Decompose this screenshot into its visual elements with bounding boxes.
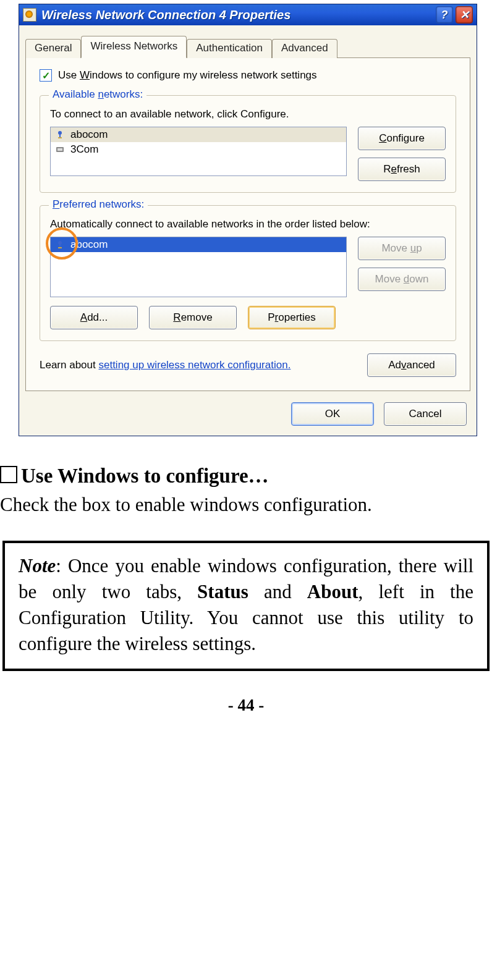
- available-listbox[interactable]: abocom 3Com: [50, 127, 347, 176]
- tab-advanced[interactable]: Advanced: [272, 39, 337, 58]
- tab-panel: ✓ Use Windows to configure my wireless n…: [25, 57, 470, 391]
- tab-authentication[interactable]: Authentication: [187, 39, 272, 58]
- checkbox-glyph-icon: [0, 466, 17, 483]
- tab-general[interactable]: General: [25, 39, 81, 58]
- use-windows-checkbox[interactable]: ✓: [40, 69, 52, 82]
- list-item[interactable]: abocom: [51, 127, 346, 142]
- note-label: Note: [19, 555, 56, 577]
- cancel-button[interactable]: Cancel: [384, 402, 467, 426]
- available-legend: Available networks:: [49, 88, 146, 101]
- preferred-listbox[interactable]: abocom: [50, 237, 347, 297]
- preferred-legend: Preferred networks:: [49, 198, 148, 211]
- section-lead: Check the box to enable windows configur…: [0, 494, 492, 516]
- properties-button[interactable]: Properties: [248, 306, 336, 329]
- tab-wireless-networks[interactable]: Wireless Networks: [81, 36, 187, 58]
- tab-strip: General Wireless Networks Authentication…: [25, 25, 470, 57]
- page-number: - 44 -: [0, 696, 492, 715]
- configure-button[interactable]: Configure: [358, 127, 446, 150]
- move-up-button[interactable]: Move up: [358, 237, 446, 260]
- help-button[interactable]: ?: [436, 6, 453, 23]
- dialog-window: Wireless Network Connection 4 Properties…: [19, 4, 477, 436]
- ok-button[interactable]: OK: [291, 402, 374, 426]
- wifi-key-icon: [54, 129, 66, 140]
- list-item[interactable]: abocom: [51, 237, 346, 252]
- note-box: Note: Once you enable windows configurat…: [2, 541, 490, 671]
- svg-rect-4: [57, 148, 62, 151]
- app-icon: [23, 8, 36, 22]
- preferred-desc: Automatically connect to available netwo…: [50, 218, 446, 230]
- available-desc: To connect to an available network, clic…: [50, 108, 446, 120]
- list-item-label: abocom: [70, 239, 108, 251]
- learn-text: Learn about setting up wireless network …: [40, 359, 291, 371]
- window-title: Wireless Network Connection 4 Properties: [41, 8, 291, 22]
- close-button[interactable]: ✕: [456, 6, 473, 23]
- section-heading: Use Windows to configure…: [0, 465, 492, 488]
- list-item[interactable]: 3Com: [51, 142, 346, 157]
- help-icon: ?: [441, 9, 448, 22]
- svg-rect-7: [58, 247, 62, 248]
- svg-rect-2: [58, 137, 62, 138]
- move-down-button[interactable]: Move down: [358, 268, 446, 291]
- refresh-button[interactable]: Refresh: [358, 158, 446, 181]
- learn-link[interactable]: setting up wireless network configuratio…: [98, 359, 291, 371]
- list-item-label: 3Com: [70, 143, 98, 156]
- preferred-networks-group: Preferred networks: Automatically connec…: [40, 205, 456, 341]
- close-icon: ✕: [460, 8, 469, 22]
- adapter-icon: [54, 144, 66, 155]
- wifi-key-icon: [54, 239, 66, 250]
- use-windows-label: Use Windows to configure my wireless net…: [58, 69, 317, 82]
- remove-button[interactable]: Remove: [149, 306, 237, 329]
- available-networks-group: Available networks: To connect to an ava…: [40, 95, 456, 193]
- advanced-button[interactable]: Advanced: [367, 353, 456, 377]
- list-item-label: abocom: [70, 129, 108, 141]
- add-button[interactable]: Add...: [50, 306, 138, 329]
- titlebar[interactable]: Wireless Network Connection 4 Properties…: [19, 4, 477, 25]
